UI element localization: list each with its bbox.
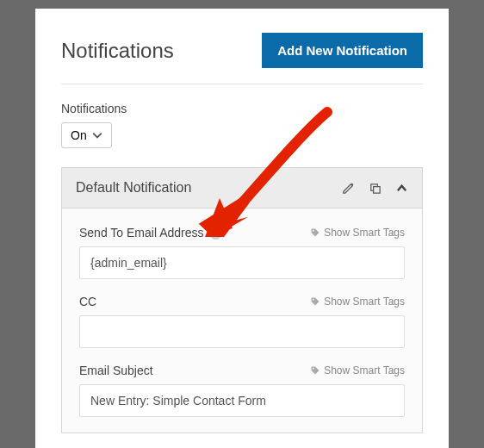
notification-title: Default Notification [76,180,191,196]
add-notification-button[interactable]: Add New Notification [262,33,423,68]
subject-input[interactable] [79,384,405,417]
notifications-toggle-value: On [71,128,87,142]
svg-rect-1 [374,186,381,193]
tag-icon [310,296,320,307]
notification-header: Default Notification [62,168,422,208]
cc-input[interactable] [79,315,405,348]
settings-panel: Notifications Add New Notification Notif… [35,9,449,448]
svg-point-2 [313,230,314,232]
field-cc-label: CC [79,295,96,308]
chevron-up-icon[interactable] [395,182,408,195]
tag-icon [310,227,320,238]
field-cc: CC Show Smart Tags [79,295,405,348]
notification-item: Default Notification Send To Email Addre… [61,167,423,433]
edit-icon[interactable] [342,182,355,195]
field-subject: Email Subject Show Smart Tags [79,364,405,417]
notifications-toggle-group: Notifications On [61,102,423,148]
header-row: Notifications Add New Notification [61,33,423,84]
notifications-toggle-label: Notifications [61,102,423,115]
show-smart-tags-link[interactable]: Show Smart Tags [310,227,405,239]
notifications-toggle-select[interactable]: On [61,122,112,148]
svg-point-3 [313,299,314,301]
field-subject-label: Email Subject [79,364,153,377]
page-title: Notifications [61,39,174,63]
field-subject-top: Email Subject Show Smart Tags [79,364,405,377]
copy-icon[interactable] [369,182,382,195]
show-smart-tags-link[interactable]: Show Smart Tags [310,364,405,376]
chevron-down-icon [92,130,102,140]
field-send-to-label: Send To Email Address [79,226,204,240]
field-send-to: Send To Email Address ? Show Smart Tags [79,226,405,279]
show-smart-tags-link[interactable]: Show Smart Tags [310,296,405,308]
help-icon[interactable]: ? [209,227,222,240]
field-cc-top: CC Show Smart Tags [79,295,405,308]
tag-icon [310,365,320,376]
field-send-to-top: Send To Email Address ? Show Smart Tags [79,226,405,240]
notification-body: Send To Email Address ? Show Smart Tags … [62,208,422,417]
notification-actions [342,182,408,195]
field-send-to-label-wrap: Send To Email Address ? [79,226,222,240]
send-to-input[interactable] [79,246,405,279]
svg-point-4 [313,368,314,370]
